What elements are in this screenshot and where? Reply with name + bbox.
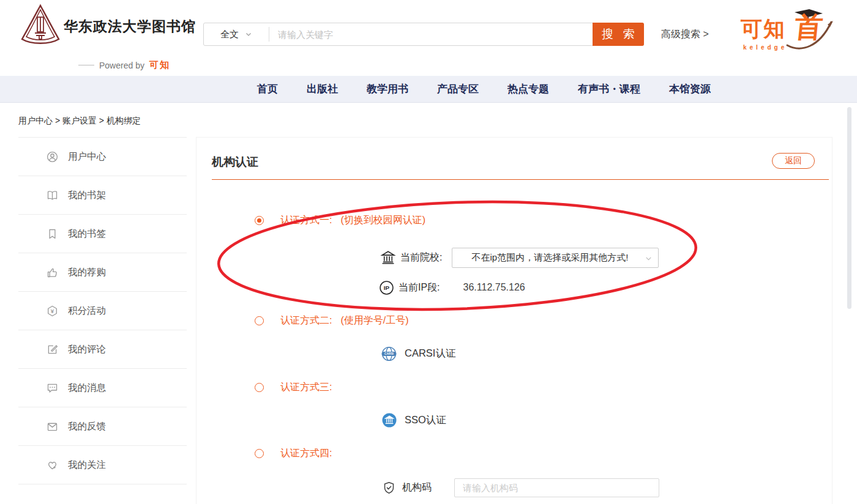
nav-item-library-resources[interactable]: 本馆资源	[669, 82, 711, 96]
school-select[interactable]: 不在ip范围内，请选择或采用其他方式!	[452, 248, 659, 268]
chevron-down-icon	[245, 31, 252, 38]
sidebar-item-messages[interactable]: 我的消息	[18, 369, 187, 407]
user-icon	[46, 150, 59, 163]
main-nav: 首页 出版社 教学用书 产品专区 热点专题 有声书・课程 本馆资源	[0, 76, 857, 103]
search-bar: 全文 搜 索	[203, 23, 644, 46]
org-code-input[interactable]	[454, 478, 659, 497]
nav-item-home[interactable]: 首页	[257, 82, 278, 96]
sidebar: 用户中心 我的书架 我的书签 我的荐购 ¥ 积分活动 我的评论	[18, 137, 187, 504]
nav-item-textbooks[interactable]: 教学用书	[367, 82, 408, 96]
search-scope-select[interactable]: 全文	[204, 23, 269, 45]
powered-by-label: Powered by	[99, 61, 144, 70]
advanced-search-link[interactable]: 高级搜索 >	[661, 28, 709, 41]
nav-item-audiobooks-courses[interactable]: 有声书・课程	[578, 82, 640, 96]
sidebar-item-label: 我的书架	[68, 189, 106, 202]
sidebar-item-bookmarks[interactable]: 我的书签	[18, 215, 187, 253]
auth-method-1-hint[interactable]: (切换到校园网认证)	[340, 214, 425, 227]
search-button[interactable]: 搜 索	[593, 23, 644, 46]
sidebar-item-feedback[interactable]: 我的反馈	[18, 407, 187, 446]
sidebar-item-points[interactable]: ¥ 积分活动	[18, 292, 187, 330]
org-code-label: 机构码	[402, 481, 432, 494]
svg-text:CARSI: CARSI	[384, 352, 394, 355]
sso-icon	[381, 412, 397, 428]
radio-method-2[interactable]	[255, 316, 264, 325]
radio-selected-dot	[257, 218, 261, 223]
shield-check-icon	[382, 481, 396, 495]
search-scope-value: 全文	[220, 29, 239, 40]
carsi-auth-link[interactable]: CARSI认证	[405, 347, 455, 360]
sidebar-item-user-center[interactable]: 用户中心	[18, 138, 187, 176]
powered-by: Powered by 可知	[78, 59, 170, 71]
institution-auth-panel: 机构认证 返回 认证方式一: (切换到校园网认证) 当前院校: 不在ip范围内，…	[196, 137, 833, 504]
svg-text:¥: ¥	[51, 307, 54, 314]
dash-divider	[78, 65, 94, 65]
auth-method-1-row: 认证方式一: (切换到校园网认证)	[255, 211, 425, 229]
sidebar-item-label: 我的关注	[68, 459, 106, 472]
scrollbar-thumb[interactable]	[847, 107, 851, 309]
edit-icon	[46, 343, 59, 356]
nav-item-product-zone[interactable]: 产品专区	[437, 82, 479, 96]
sidebar-item-bookshelf[interactable]: 我的书架	[18, 176, 187, 215]
back-button[interactable]: 返回	[772, 153, 815, 169]
current-ip-value: 36.112.75.126	[463, 282, 525, 293]
bookmark-icon	[46, 228, 59, 240]
carsi-auth-row: CARSI CARSI认证	[381, 344, 455, 363]
auth-method-2-row: 认证方式二: (使用学号/工号)	[255, 311, 409, 330]
sidebar-item-label: 积分活动	[68, 305, 106, 317]
keledge-logo-text: 可知	[741, 15, 786, 43]
sso-auth-link[interactable]: SSO认证	[405, 413, 446, 427]
sidebar-item-label: 用户中心	[68, 150, 106, 163]
message-icon	[46, 382, 59, 395]
org-code-row: 机构码	[382, 478, 659, 497]
sidebar-item-label: 我的消息	[68, 382, 106, 395]
sidebar-item-label: 我的评论	[68, 343, 106, 356]
auth-method-3-row: 认证方式三:	[255, 378, 332, 396]
university-emblem	[20, 4, 61, 48]
auth-method-2-label: 认证方式二:	[280, 314, 332, 327]
carsi-icon: CARSI	[381, 346, 397, 362]
current-school-row: 当前院校: 不在ip范围内，请选择或采用其他方式!	[380, 247, 659, 268]
sidebar-item-comments[interactable]: 我的评论	[18, 330, 187, 369]
auth-method-4-label: 认证方式四:	[280, 447, 332, 460]
chevron-down-icon	[645, 254, 653, 262]
radio-method-3[interactable]	[255, 383, 264, 392]
title-divider	[212, 179, 829, 180]
university-name: 华东政法大学图书馆	[64, 17, 196, 36]
mail-icon	[46, 420, 59, 433]
school-select-value: 不在ip范围内，请选择或采用其他方式!	[472, 252, 629, 264]
bookshelf-icon	[46, 189, 59, 202]
sso-auth-row: SSO认证	[381, 410, 446, 430]
svg-text:IP: IP	[384, 284, 390, 291]
keledge-logo-sub: keledge	[743, 44, 787, 51]
sidebar-item-label: 我的反馈	[68, 420, 106, 433]
keledge-logo: 可知 首 keledge	[733, 7, 834, 56]
ip-icon: IP	[379, 280, 394, 295]
radio-method-1[interactable]	[255, 216, 264, 225]
page-title: 机构认证	[212, 154, 258, 170]
nav-item-publishers[interactable]: 出版社	[307, 82, 338, 96]
current-school-label: 当前院校:	[400, 251, 442, 264]
current-ip-label: 当前IP段:	[399, 281, 440, 294]
auth-method-4-row: 认证方式四:	[255, 444, 332, 462]
search-input[interactable]	[269, 23, 593, 45]
auth-method-2-hint: (使用学号/工号)	[340, 314, 408, 327]
heart-icon	[46, 459, 59, 472]
breadcrumb: 用户中心 > 账户设置 > 机构绑定	[18, 116, 141, 127]
powered-by-brand: 可知	[149, 59, 170, 71]
bank-icon	[380, 250, 396, 265]
sidebar-item-recommendations[interactable]: 我的荐购	[18, 253, 187, 292]
nav-item-hot-topics[interactable]: 热点专题	[507, 82, 549, 96]
keledge-logo-glyph: 首	[793, 9, 825, 46]
auth-method-1-label: 认证方式一:	[280, 214, 332, 227]
radio-method-4[interactable]	[255, 449, 264, 458]
sidebar-item-following[interactable]: 我的关注	[18, 446, 187, 484]
sidebar-item-label: 我的书签	[68, 228, 106, 240]
current-ip-row: IP 当前IP段: 36.112.75.126	[379, 278, 525, 297]
auth-method-3-label: 认证方式三:	[280, 381, 332, 394]
thumb-up-icon	[46, 266, 59, 279]
sidebar-item-label: 我的荐购	[68, 266, 106, 279]
points-icon: ¥	[46, 305, 59, 317]
